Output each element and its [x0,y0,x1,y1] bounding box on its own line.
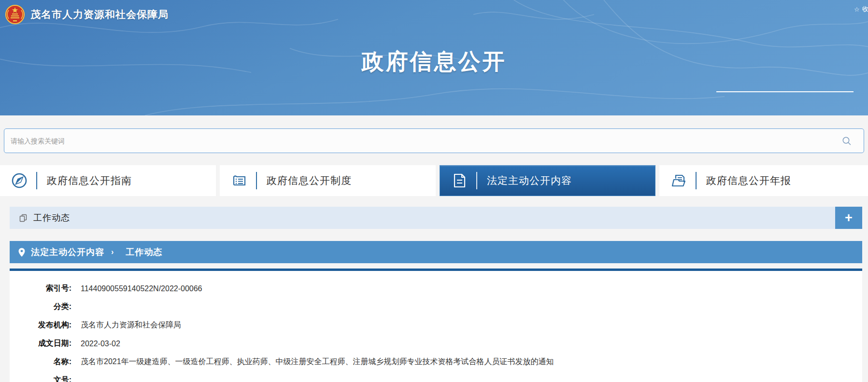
section-bar: 工作动态 + [10,207,862,229]
favorite-link[interactable]: ☆ 收 [854,5,868,14]
section-title: 工作动态 [33,212,70,224]
tab-info-guide[interactable]: 政府信息公开指南 [0,165,216,196]
field-value: 2022-03-02 [81,340,120,348]
breadcrumb-item-current[interactable]: 工作动态 [126,246,162,258]
field-label: 分类: [10,302,71,312]
national-emblem-icon [5,4,25,25]
detail-panel: 索引号: 11440900559140522N/2022-00066 分类: 发… [10,269,862,382]
tab-annual-report[interactable]: 政府信息公开年报 [659,165,868,196]
site-name: 茂名市人力资源和社会保障局 [30,8,169,21]
tab-label: 政府信息公开年报 [706,174,791,187]
tab-divider [696,172,697,189]
tab-divider [256,172,257,189]
tab-divider [36,172,37,189]
field-label: 成文日期: [10,339,71,349]
book-icon [230,172,248,189]
folder-report-icon [670,172,687,189]
tab-label: 法定主动公开内容 [487,174,572,187]
header-banner: 茂名市人力资源和社会保障局 ☆ 收 政府信息公开 [0,0,868,115]
search-input[interactable] [4,129,864,153]
page-title: 政府信息公开 [0,47,868,77]
pages-icon [19,214,27,222]
page: 茂名市人力资源和社会保障局 ☆ 收 政府信息公开 政府信息公开指南 [0,0,868,382]
tab-info-system[interactable]: 政府信息公开制度 [220,165,436,196]
field-row-publisher: 发布机构: 茂名市人力资源和社会保障局 [10,316,862,334]
field-label: 文号: [10,375,71,382]
field-row-title: 名称: 茂名市2021年一级建造师、一级造价工程师、执业药师、中级注册安全工程师… [10,353,862,371]
tab-statutory-disclosure[interactable]: 法定主动公开内容 [440,165,655,196]
tab-label: 政府信息公开制度 [267,174,352,187]
tab-label: 政府信息公开指南 [47,174,132,187]
field-row-index-number: 索引号: 11440900559140522N/2022-00066 [10,280,862,297]
search-bar [4,128,864,153]
compass-icon [11,172,28,189]
site-brand[interactable]: 茂名市人力资源和社会保障局 [5,4,169,25]
location-pin-icon [18,248,25,257]
star-icon: ☆ [854,6,860,13]
document-icon [451,172,468,189]
favorite-label: 收 [862,5,868,14]
search-icon[interactable] [842,136,852,146]
field-label: 发布机构: [10,320,71,330]
field-value: 茂名市人力资源和社会保障局 [81,320,181,330]
header-underline [716,91,854,92]
field-label: 名称: [10,357,71,367]
field-value: 茂名市2021年一级建造师、一级造价工程师、执业药师、中级注册安全工程师、注册城… [81,357,554,367]
tab-divider [476,172,477,189]
field-row-doc-number: 文号: [10,371,862,382]
field-label: 索引号: [10,283,71,294]
field-row-category: 分类: [10,298,862,316]
expand-button[interactable]: + [835,207,862,229]
field-row-date: 成文日期: 2022-03-02 [10,335,862,353]
breadcrumb: 法定主动公开内容 › 工作动态 [10,241,862,263]
field-value: 11440900559140522N/2022-00066 [81,284,202,293]
breadcrumb-separator-icon: › [111,248,114,256]
breadcrumb-item-parent[interactable]: 法定主动公开内容 [31,246,104,258]
